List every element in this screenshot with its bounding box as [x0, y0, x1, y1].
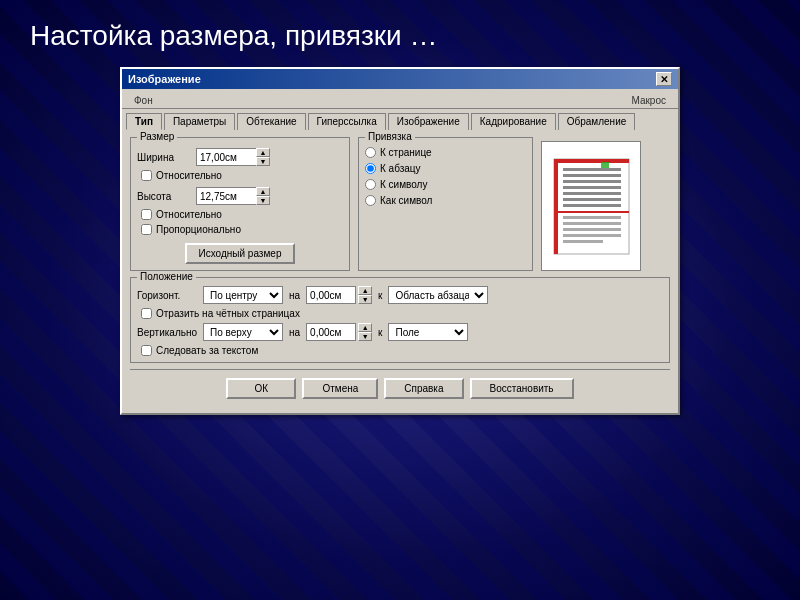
width-relative-row: Относительно: [141, 170, 343, 181]
anchor-paragraph-radio[interactable]: [365, 163, 376, 174]
svg-rect-5: [563, 180, 621, 183]
tabs-row: Тип Параметры Обтекание Гиперссылка Изоб…: [122, 109, 678, 129]
vert-offset-up-btn[interactable]: ▲: [358, 323, 372, 332]
horiz-row: Горизонт. По центру на ▲ ▼ к Облас: [137, 286, 663, 304]
page-title: Настойка размера, привязки …: [0, 0, 800, 67]
height-spinbox-btns: ▲ ▼: [256, 187, 270, 205]
width-input[interactable]: [196, 148, 256, 166]
horiz-offset-btns: ▲ ▼: [358, 286, 372, 304]
vert-area-select[interactable]: Поле: [388, 323, 468, 341]
proportional-checkbox[interactable]: [141, 224, 152, 235]
width-up-btn[interactable]: ▲: [256, 148, 270, 157]
horiz-area-select[interactable]: Область абзаца: [388, 286, 488, 304]
svg-rect-2: [554, 159, 558, 254]
anchor-group-label: Привязка: [365, 131, 415, 142]
proportional-label: Пропорционально: [156, 224, 241, 235]
height-relative-row: Относительно: [141, 209, 343, 220]
follow-text-label: Следовать за текстом: [156, 345, 258, 356]
mirror-checkbox[interactable]: [141, 308, 152, 319]
anchor-paragraph-label: К абзацу: [380, 163, 421, 174]
mirror-row: Отразить на чётных страницах: [141, 308, 663, 319]
page-preview-svg: [549, 154, 634, 259]
width-down-btn[interactable]: ▼: [256, 157, 270, 166]
top-sections-area: Фон Макрос: [122, 89, 678, 109]
vert-select[interactable]: По верху: [203, 323, 283, 341]
tab-izobrazhenie[interactable]: Изображение: [388, 113, 469, 130]
makros-label: Макрос: [623, 93, 674, 108]
follow-text-checkbox[interactable]: [141, 345, 152, 356]
width-relative-label: Относительно: [156, 170, 222, 181]
restore-button[interactable]: Восстановить: [470, 378, 574, 399]
help-button[interactable]: Справка: [384, 378, 463, 399]
tab-hyperlink[interactable]: Гиперссылка: [308, 113, 386, 130]
horiz-offset-input[interactable]: [306, 286, 356, 304]
anchor-as-char-row: Как символ: [365, 195, 526, 206]
width-spinbox: ▲ ▼: [196, 148, 270, 166]
tab-obtekanie[interactable]: Обтекание: [237, 113, 305, 130]
close-button[interactable]: ✕: [656, 72, 672, 86]
anchor-paragraph-row: К абзацу: [365, 163, 526, 174]
vert-row: Вертикально По верху на ▲ ▼ к Поле: [137, 323, 663, 341]
vert-offset-btns: ▲ ▼: [358, 323, 372, 341]
cancel-button[interactable]: Отмена: [302, 378, 378, 399]
svg-rect-8: [563, 198, 621, 201]
width-row: Ширина ▲ ▼: [137, 148, 343, 166]
horiz-offset-up-btn[interactable]: ▲: [358, 286, 372, 295]
height-relative-label: Относительно: [156, 209, 222, 220]
anchor-page-row: К странице: [365, 147, 526, 158]
height-up-btn[interactable]: ▲: [256, 187, 270, 196]
bottom-buttons-area: ОК Отмена Справка Восстановить: [130, 369, 670, 405]
anchor-char-row: К символу: [365, 179, 526, 190]
anchor-page-radio[interactable]: [365, 147, 376, 158]
na-label-1: на: [289, 290, 300, 301]
fon-label: Фон: [126, 93, 161, 108]
width-label: Ширина: [137, 152, 192, 163]
svg-rect-4: [563, 174, 621, 177]
horiz-offset-down-btn[interactable]: ▼: [358, 295, 372, 304]
na-label-2: на: [289, 327, 300, 338]
anchor-as-char-label: Как символ: [380, 195, 432, 206]
mirror-label: Отразить на чётных страницах: [156, 308, 300, 319]
height-row: Высота ▲ ▼: [137, 187, 343, 205]
tab-parametry[interactable]: Параметры: [164, 113, 235, 130]
svg-rect-9: [563, 204, 621, 207]
size-group-label: Размер: [137, 131, 177, 142]
vert-offset-input[interactable]: [306, 323, 356, 341]
tab-tip[interactable]: Тип: [126, 113, 162, 130]
anchor-page-label: К странице: [380, 147, 432, 158]
svg-rect-1: [554, 159, 629, 163]
horiz-select[interactable]: По центру: [203, 286, 283, 304]
horiz-label: Горизонт.: [137, 290, 197, 301]
height-relative-checkbox[interactable]: [141, 209, 152, 220]
horiz-offset-spinbox: ▲ ▼: [306, 286, 372, 304]
vert-offset-spinbox: ▲ ▼: [306, 323, 372, 341]
anchor-as-char-radio[interactable]: [365, 195, 376, 206]
anchor-char-radio[interactable]: [365, 179, 376, 190]
orig-size-button[interactable]: Исходный размер: [185, 243, 296, 264]
width-spinbox-btns: ▲ ▼: [256, 148, 270, 166]
position-group: Положение Горизонт. По центру на ▲ ▼: [130, 277, 670, 363]
tab-obramlenie[interactable]: Обрамление: [558, 113, 636, 130]
k-label-2: к: [378, 327, 382, 338]
tab-kadrirovanie[interactable]: Кадрирование: [471, 113, 556, 130]
dialog-wrapper: Изображение ✕ Фон Макрос Тип Параметры О…: [0, 67, 800, 415]
vert-label: Вертикально: [137, 327, 197, 338]
svg-rect-7: [563, 192, 621, 195]
height-down-btn[interactable]: ▼: [256, 196, 270, 205]
height-spinbox: ▲ ▼: [196, 187, 270, 205]
proportional-row: Пропорционально: [141, 224, 343, 235]
top-content-row: Размер Ширина ▲ ▼: [130, 137, 670, 271]
svg-rect-3: [563, 168, 621, 171]
ok-button[interactable]: ОК: [226, 378, 296, 399]
dialog-title-label: Изображение: [128, 73, 201, 85]
dialog-content: Размер Ширина ▲ ▼: [122, 129, 678, 413]
height-input[interactable]: [196, 187, 256, 205]
anchor-char-label: К символу: [380, 179, 427, 190]
width-relative-checkbox[interactable]: [141, 170, 152, 181]
svg-rect-15: [563, 234, 621, 237]
svg-rect-10: [601, 162, 609, 168]
vert-offset-down-btn[interactable]: ▼: [358, 332, 372, 341]
svg-rect-16: [563, 240, 603, 243]
svg-rect-6: [563, 186, 621, 189]
page-preview-box: [541, 141, 641, 271]
